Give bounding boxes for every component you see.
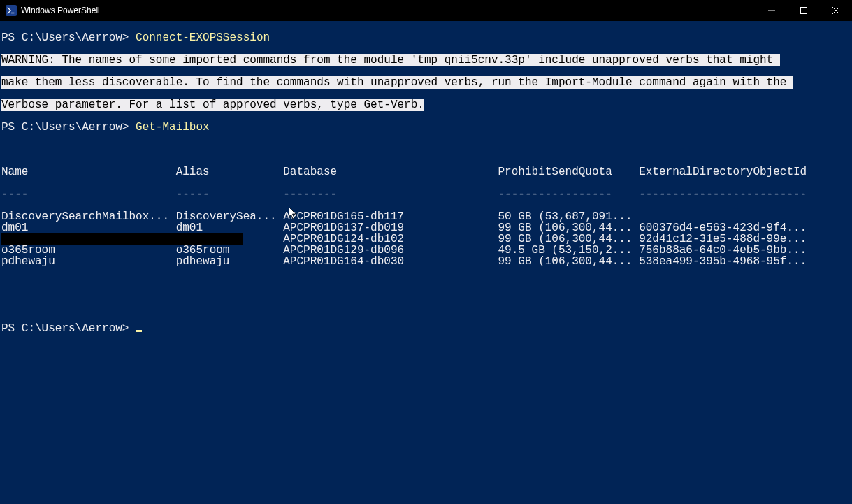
minimize-button[interactable]	[756, 0, 788, 21]
warning-line: Verbose parameter. For a list of approve…	[1, 99, 851, 110]
window-title: Windows PowerShell	[21, 6, 100, 15]
blank-line	[1, 144, 851, 155]
table-header-row: Name Alias Database ProhibitSendQuota Ex…	[1, 166, 851, 178]
warning-text: WARNING: The names of some imported comm…	[1, 54, 780, 66]
command-text: Get-Mailbox	[136, 121, 210, 134]
powershell-icon	[6, 5, 17, 16]
blank-line	[1, 301, 851, 312]
prompt: PS C:\Users\Aerrow>	[1, 322, 129, 335]
powershell-window: Windows PowerShell PS C:\Users\Aerrow> C…	[0, 0, 852, 504]
table-divider-row: ---- ----- -------- ----------------- --…	[1, 189, 851, 200]
svg-rect-0	[801, 8, 807, 14]
command-line: PS C:\Users\Aerrow> Connect-EXOPSSession	[1, 32, 851, 43]
prompt: PS C:\Users\Aerrow>	[1, 121, 129, 134]
blank-line	[1, 278, 851, 289]
warning-line: make them less discoverable. To find the…	[1, 77, 851, 88]
command-text: Connect-EXOPSSession	[136, 31, 270, 44]
titlebar[interactable]: Windows PowerShell	[0, 0, 852, 21]
warning-text: Verbose parameter. For a list of approve…	[1, 99, 424, 111]
command-line: PS C:\Users\Aerrow> Get-Mailbox	[1, 122, 851, 133]
table-row: APCPR01DG124-db102 99 GB (106,300,44... …	[1, 233, 851, 245]
maximize-button[interactable]	[788, 0, 820, 21]
table-row: DiscoverySearchMailbox... DiscoverySea..…	[1, 211, 851, 222]
prompt: PS C:\Users\Aerrow>	[1, 31, 129, 44]
close-button[interactable]	[820, 0, 852, 21]
warning-text: make them less discoverable. To find the…	[1, 76, 793, 89]
table-row: dm01 dm01 APCPR01DG137-db019 99 GB (106,…	[1, 222, 851, 233]
window-controls	[756, 0, 852, 21]
cursor	[136, 330, 142, 332]
prompt-line: PS C:\Users\Aerrow>	[1, 323, 851, 334]
warning-line: WARNING: The names of some imported comm…	[1, 55, 851, 66]
table-row: pdhewaju pdhewaju APCPR01DG164-db030 99 …	[1, 256, 851, 267]
table-row: o365room o365room APCPR01DG129-db096 49.…	[1, 245, 851, 256]
terminal-output[interactable]: PS C:\Users\Aerrow> Connect-EXOPSSession…	[0, 21, 852, 504]
